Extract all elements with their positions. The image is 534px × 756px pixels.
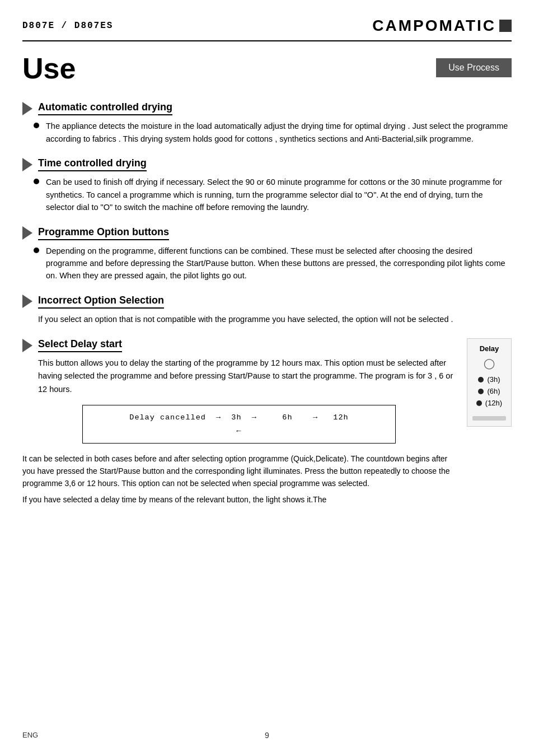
footer: ENG 9	[22, 731, 512, 739]
section-title-delay: Select Delay start	[38, 338, 122, 352]
delay-dot-6h	[478, 389, 484, 394]
section-time-drying: Time controlled drying Can be used to fi…	[22, 157, 512, 213]
triangle-icon-time	[22, 158, 32, 171]
diagram-text: Delay cancelled → 3h → 6h → 12h	[129, 413, 348, 422]
bottom-text-p1: It can be selected in both cases before …	[22, 452, 456, 490]
section-title-incorrect: Incorrect Option Selection	[38, 295, 164, 309]
section-header-time: Time controlled drying	[22, 157, 512, 171]
bullet-time: Can be used to finish off drying if nece…	[34, 176, 512, 213]
delay-sidebar: Delay ◯ (3h) (6h) (12h)	[467, 338, 512, 427]
delay-option-12h: (12h)	[476, 399, 502, 407]
header: D807E / D807ES CAMPOMATIC	[22, 17, 512, 41]
delay-label-3h: (3h)	[487, 375, 500, 384]
delay-main: Select Delay start This button allows yo…	[22, 338, 456, 509]
section-title-time: Time controlled drying	[38, 157, 147, 171]
section-text-delay: This button allows you to delay the star…	[38, 357, 456, 396]
section-header-incorrect: Incorrect Option Selection	[22, 295, 512, 309]
bullet-dot-programme	[34, 248, 39, 253]
title-section: Use Use Process	[22, 53, 512, 85]
section-programme-options: Programme Option buttons Depending on th…	[22, 226, 512, 282]
page: D807E / D807ES CAMPOMATIC Use Use Proces…	[0, 0, 534, 756]
delay-dot-3h	[478, 377, 484, 382]
bullet-text-programme: Depending on the programme, different fu…	[46, 245, 512, 282]
delay-clock-icon: ◯	[484, 357, 495, 370]
section-title-programme: Programme Option buttons	[38, 226, 169, 240]
bullet-dot	[34, 123, 39, 128]
section-header-programme: Programme Option buttons	[22, 226, 512, 240]
bullet-automatic: The appliance detects the moisture in th…	[34, 120, 512, 145]
section-header-automatic: Automatic controlled drying	[22, 101, 512, 115]
bottom-text-p2: If you have selected a delay time by mea…	[22, 493, 456, 506]
brand-name: CAMPOMATIC	[372, 17, 496, 35]
section-delay-start: Select Delay start This button allows yo…	[22, 338, 512, 509]
delay-diagram-content: Delay cancelled → 3h → 6h → 12h	[100, 413, 378, 422]
footer-language: ENG	[22, 731, 38, 739]
delay-dot-12h	[476, 400, 482, 406]
model-text: D807E / D807ES	[22, 21, 113, 31]
triangle-icon-incorrect	[22, 295, 32, 308]
section-title-automatic: Automatic controlled drying	[38, 101, 172, 115]
section-header-delay: Select Delay start	[22, 338, 456, 352]
triangle-icon-delay	[22, 339, 32, 352]
process-badge: Use Process	[436, 58, 512, 77]
section-incorrect-option: Incorrect Option Selection If you select…	[22, 295, 512, 326]
delay-label-6h: (6h)	[487, 387, 500, 395]
delay-option-3h: (3h)	[478, 375, 500, 384]
bullet-programme: Depending on the programme, different fu…	[34, 245, 512, 282]
delay-diagram: Delay cancelled → 3h → 6h → 12h ←	[82, 405, 396, 444]
section-automatic-drying: Automatic controlled drying The applianc…	[22, 101, 512, 145]
diagram-back-arrow-icon: ←	[235, 426, 243, 435]
delay-section-wrapper: Select Delay start This button allows yo…	[22, 338, 512, 509]
brand-logo: CAMPOMATIC	[372, 17, 512, 35]
section-text-incorrect: If you select an option that is not comp…	[38, 313, 512, 326]
bullet-dot-time	[34, 179, 39, 184]
triangle-icon-programme	[22, 226, 32, 240]
delay-slider[interactable]	[472, 416, 506, 421]
page-title: Use	[22, 53, 76, 85]
delay-label-12h: (12h)	[485, 399, 502, 407]
brand-icon	[499, 20, 512, 32]
triangle-icon	[22, 102, 32, 115]
bullet-text-automatic: The appliance detects the moisture in th…	[46, 120, 512, 145]
delay-sidebar-title: Delay	[480, 344, 499, 353]
delay-option-6h: (6h)	[478, 387, 500, 395]
bottom-text-delay: It can be selected in both cases before …	[22, 452, 456, 506]
footer-page-number: 9	[265, 731, 269, 740]
bullet-text-time: Can be used to finish off drying if nece…	[46, 176, 512, 213]
